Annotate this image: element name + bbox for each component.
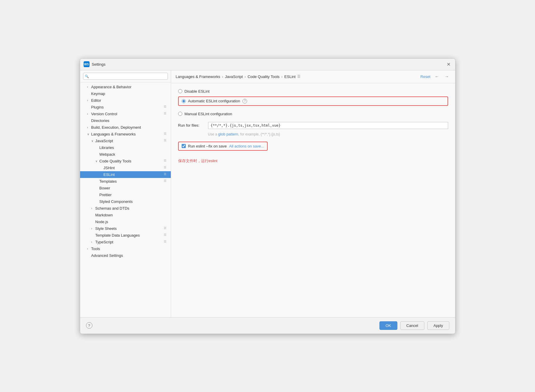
hint-text: Use a glob pattern, for example, {**/*,*… — [208, 132, 448, 136]
sidebar-item-markdown[interactable]: Markdown — [80, 212, 171, 218]
arrow-icon: › — [87, 247, 91, 250]
settings-icon: ☰ — [164, 233, 168, 237]
disable-eslint-row[interactable]: Disable ESLint — [178, 89, 448, 94]
sidebar-item-label: Template Data Languages — [95, 233, 164, 237]
sidebar-item-label: Prettier — [99, 193, 168, 197]
sidebar-item-label: TypeScript — [95, 240, 164, 244]
sidebar-item-label: Version Control — [91, 112, 164, 116]
manual-eslint-label: Manual ESLint configuration — [185, 112, 232, 116]
sidebar-item-jshint[interactable]: JSHint ☰ — [80, 164, 171, 171]
sidebar-item-prettier[interactable]: Prettier — [80, 191, 171, 198]
sidebar-item-editor[interactable]: › Editor — [80, 97, 171, 104]
sidebar-item-label: Styled Components — [99, 199, 168, 204]
eslint-fix-checkbox[interactable] — [182, 144, 186, 148]
sidebar-item-eslint[interactable]: ESLint ☰ — [80, 171, 171, 178]
sidebar-item-languages[interactable]: ∨ Languages & Frameworks ☰ — [80, 131, 171, 138]
auto-eslint-row[interactable]: Automatic ESLint configuration ? — [182, 99, 247, 103]
help-button[interactable]: ? — [86, 322, 92, 329]
sidebar-item-label: Code Quality Tools — [99, 159, 164, 163]
glob-pattern-link[interactable]: glob pattern — [218, 132, 238, 136]
run-files-label: Run for files: — [178, 123, 205, 128]
sidebar-item-label: JavaScript — [95, 139, 164, 143]
sidebar-item-javascript[interactable]: ∨ JavaScript ☰ — [80, 138, 171, 144]
back-button[interactable]: ← — [433, 73, 441, 80]
bottom-bar: ? OK Cancel Apply — [80, 317, 455, 334]
sidebar-item-label: Appearance & Behavior — [91, 85, 168, 89]
breadcrumb-part-2: JavaScript — [225, 74, 243, 79]
sidebar-item-label: Templates — [99, 179, 164, 184]
arrow-icon: › — [87, 99, 91, 102]
arrow-icon: ∨ — [95, 159, 99, 163]
disable-eslint-label: Disable ESLint — [185, 89, 210, 94]
breadcrumb-menu-icon[interactable]: ☰ — [297, 74, 301, 79]
sidebar-item-label: Webpack — [99, 152, 168, 157]
breadcrumb-sep-3: › — [281, 74, 283, 79]
settings-icon: ☰ — [164, 139, 168, 143]
sidebar-item-label: Bower — [99, 186, 168, 190]
sidebar-item-label: Advanced Settings — [91, 253, 168, 258]
window-title: Settings — [92, 62, 106, 67]
reset-button[interactable]: Reset — [421, 74, 431, 79]
sidebar-item-label: Build, Execution, Deployment — [91, 125, 168, 130]
cancel-button[interactable]: Cancel — [400, 321, 424, 330]
sidebar: 🔍 › Appearance & Behavior Keymap › — [80, 70, 171, 317]
sidebar-item-typescript[interactable]: › TypeScript ☰ — [80, 239, 171, 245]
disable-eslint-radio[interactable] — [178, 89, 182, 93]
sidebar-item-tools[interactable]: › Tools — [80, 245, 171, 252]
arrow-icon: › — [87, 112, 91, 116]
ok-button[interactable]: OK — [379, 321, 397, 330]
breadcrumb-part-1: Languages & Frameworks — [176, 74, 220, 79]
breadcrumb-actions: Reset ← → — [421, 73, 450, 80]
sidebar-item-directories[interactable]: Directories — [80, 117, 171, 124]
arrow-icon: › — [91, 240, 95, 244]
eslint-radio-group: Disable ESLint Automatic ESLint configur… — [178, 89, 448, 116]
run-files-row: Run for files: — [178, 122, 448, 129]
settings-icon: ☰ — [164, 166, 168, 170]
run-files-input[interactable] — [208, 122, 448, 129]
sidebar-item-appearance[interactable]: › Appearance & Behavior — [80, 84, 171, 90]
sidebar-item-advanced[interactable]: Advanced Settings — [80, 252, 171, 259]
auto-eslint-help-icon[interactable]: ? — [242, 99, 247, 103]
sidebar-item-label: Libraries — [99, 145, 168, 150]
breadcrumb-sep-2: › — [244, 74, 246, 79]
sidebar-item-label: Style Sheets — [95, 226, 164, 231]
eslint-note: 保存文件时，运行eslint — [178, 158, 448, 164]
title-bar-left: WS Settings — [84, 61, 106, 67]
forward-button[interactable]: → — [443, 73, 450, 80]
sidebar-item-build[interactable]: › Build, Execution, Deployment — [80, 124, 171, 131]
sidebar-item-plugins[interactable]: Plugins ☰ — [80, 104, 171, 111]
manual-eslint-radio[interactable] — [178, 112, 182, 116]
arrow-icon: ∨ — [87, 133, 91, 136]
sidebar-item-templates[interactable]: Templates ☰ — [80, 178, 171, 185]
sidebar-item-keymap[interactable]: Keymap — [80, 90, 171, 97]
sidebar-item-libraries[interactable]: Libraries — [80, 144, 171, 151]
sidebar-item-bower[interactable]: Bower — [80, 185, 171, 191]
sidebar-item-style-sheets[interactable]: › Style Sheets ☰ — [80, 225, 171, 232]
sidebar-item-template-data[interactable]: Template Data Languages ☰ — [80, 232, 171, 239]
arrow-icon: › — [91, 227, 95, 230]
settings-icon: ☰ — [164, 226, 168, 230]
arrow-icon: ∨ — [91, 139, 95, 142]
manual-eslint-row[interactable]: Manual ESLint configuration — [178, 112, 448, 116]
search-box: 🔍 — [80, 70, 171, 82]
sidebar-item-code-quality[interactable]: ∨ Code Quality Tools ☰ — [80, 158, 171, 164]
all-actions-button[interactable]: All actions on save... — [229, 144, 264, 148]
sidebar-item-webpack[interactable]: Webpack — [80, 151, 171, 158]
sidebar-item-schemas[interactable]: › Schemas and DTDs — [80, 205, 171, 212]
sidebar-item-label: Keymap — [91, 91, 168, 96]
sidebar-item-label: ESLint — [104, 172, 164, 177]
sidebar-item-nodejs[interactable]: Node.js — [80, 218, 171, 225]
main-content: Languages & Frameworks › JavaScript › Co… — [171, 70, 455, 317]
bottom-left: ? — [86, 322, 92, 329]
sidebar-tree: › Appearance & Behavior Keymap › Editor … — [80, 82, 171, 317]
settings-icon: ☰ — [164, 105, 168, 109]
apply-button[interactable]: Apply — [427, 321, 449, 330]
search-input[interactable] — [83, 73, 168, 80]
sidebar-item-styled-components[interactable]: Styled Components — [80, 198, 171, 205]
breadcrumb-bar: Languages & Frameworks › JavaScript › Co… — [171, 70, 455, 83]
sidebar-item-version-control[interactable]: › Version Control ☰ — [80, 111, 171, 117]
close-button[interactable]: ✕ — [446, 61, 452, 67]
arrow-icon: › — [87, 85, 91, 89]
auto-eslint-radio[interactable] — [182, 99, 186, 103]
sidebar-item-label: Node.js — [95, 220, 168, 224]
